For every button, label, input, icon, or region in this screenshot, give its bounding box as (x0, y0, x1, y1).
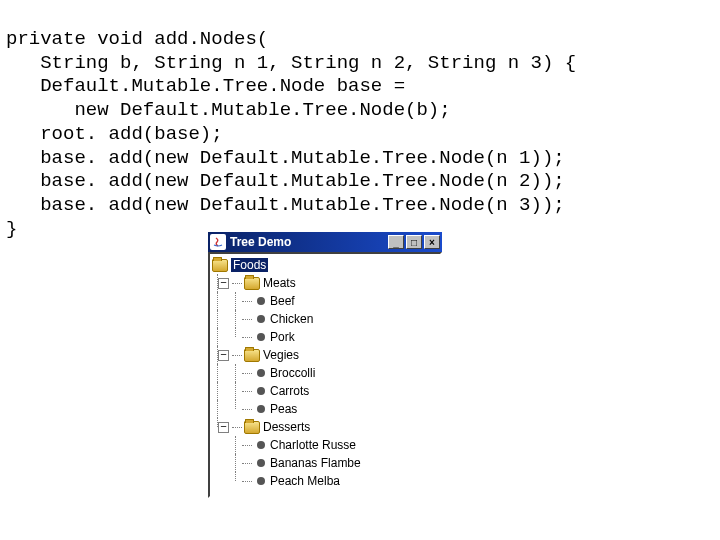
leaf-icon (257, 405, 265, 413)
folder-open-icon (212, 259, 228, 272)
window-title: Tree Demo (230, 235, 388, 249)
tree-node-leaf[interactable]: Pork (212, 328, 438, 346)
code-block: private void add.Nodes( String b, String… (0, 0, 720, 246)
code-line: base. add(new Default.Mutable.Tree.Node(… (6, 170, 565, 192)
tree-node-label: Beef (270, 294, 295, 308)
tree-node-category[interactable]: − Meats (212, 274, 438, 292)
tree-node-label: Carrots (270, 384, 309, 398)
tree-connector (242, 445, 252, 446)
tree-node-category[interactable]: − Desserts (212, 418, 438, 436)
leaf-icon (257, 441, 265, 449)
tree-node-label: Broccolli (270, 366, 315, 380)
tree-connector (242, 463, 252, 464)
folder-open-icon (244, 349, 260, 362)
client-area: Foods − Meats Beef (208, 252, 442, 498)
titlebar[interactable]: Tree Demo _ □ × (208, 232, 442, 252)
java-icon (210, 234, 226, 250)
tree-node-label: Peach Melba (270, 474, 340, 488)
tree-node-label: Peas (270, 402, 297, 416)
tree-node-label: Meats (263, 276, 296, 290)
leaf-icon (257, 459, 265, 467)
expander-icon[interactable]: − (218, 350, 229, 361)
leaf-icon (257, 369, 265, 377)
tree-connector (232, 355, 242, 356)
tree-node-leaf[interactable]: Carrots (212, 382, 438, 400)
tree-node-label: Foods (231, 258, 268, 272)
tree-node-category[interactable]: − Vegies (212, 346, 438, 364)
folder-open-icon (244, 421, 260, 434)
tree-view[interactable]: Foods − Meats Beef (212, 256, 438, 490)
tree-connector (232, 283, 242, 284)
leaf-icon (257, 477, 265, 485)
expander-icon[interactable]: − (218, 422, 229, 433)
leaf-icon (257, 297, 265, 305)
leaf-icon (257, 333, 265, 341)
code-line: } (6, 218, 17, 240)
tree-connector (242, 301, 252, 302)
tree-node-leaf[interactable]: Bananas Flambe (212, 454, 438, 472)
tree-connector (242, 409, 252, 410)
tree-node-leaf[interactable]: Peas (212, 400, 438, 418)
close-button[interactable]: × (424, 235, 440, 249)
code-line: new Default.Mutable.Tree.Node(b); (6, 99, 451, 121)
tree-node-leaf[interactable]: Chicken (212, 310, 438, 328)
code-line: private void add.Nodes( (6, 28, 268, 50)
tree-node-leaf[interactable]: Broccolli (212, 364, 438, 382)
code-line: base. add(new Default.Mutable.Tree.Node(… (6, 147, 565, 169)
tree-connector (232, 427, 242, 428)
code-line: root. add(base); (6, 123, 223, 145)
folder-open-icon (244, 277, 260, 290)
maximize-button[interactable]: □ (406, 235, 422, 249)
tree-node-leaf[interactable]: Charlotte Russe (212, 436, 438, 454)
code-line: base. add(new Default.Mutable.Tree.Node(… (6, 194, 565, 216)
tree-node-root[interactable]: Foods (212, 256, 438, 274)
tree-connector (242, 373, 252, 374)
window: Tree Demo _ □ × Foods − Meats (208, 232, 442, 498)
tree-connector (242, 337, 252, 338)
code-line: Default.Mutable.Tree.Node base = (6, 75, 405, 97)
tree-node-leaf[interactable]: Peach Melba (212, 472, 438, 490)
tree-connector (242, 481, 252, 482)
tree-connector (242, 319, 252, 320)
tree-node-label: Chicken (270, 312, 313, 326)
tree-node-label: Charlotte Russe (270, 438, 356, 452)
tree-node-label: Vegies (263, 348, 299, 362)
leaf-icon (257, 315, 265, 323)
minimize-button[interactable]: _ (388, 235, 404, 249)
tree-node-label: Desserts (263, 420, 310, 434)
expander-icon[interactable]: − (218, 278, 229, 289)
code-line: String b, String n 1, String n 2, String… (6, 52, 576, 74)
tree-connector (242, 391, 252, 392)
tree-node-label: Pork (270, 330, 295, 344)
leaf-icon (257, 387, 265, 395)
tree-node-label: Bananas Flambe (270, 456, 361, 470)
tree-node-leaf[interactable]: Beef (212, 292, 438, 310)
